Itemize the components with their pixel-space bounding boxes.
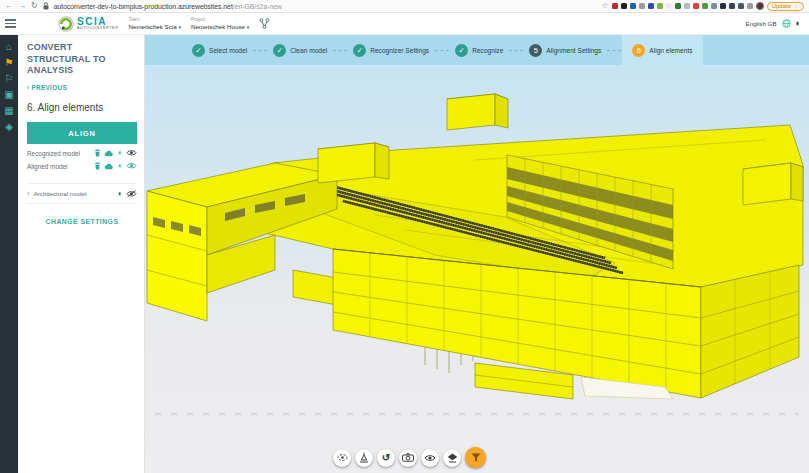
browser-reload-button[interactable]: ↻ <box>31 2 38 10</box>
house-model-icon[interactable]: ⌂ <box>6 42 12 52</box>
app-header: SCIA AUTOCONVERTER Team Nemetschek Scia … <box>0 13 809 35</box>
step-recognize[interactable]: ✓ Recognize <box>450 35 508 65</box>
check-icon: ✓ <box>353 44 366 57</box>
align-button[interactable]: ALIGN <box>27 122 137 144</box>
collaboration-fork-icon[interactable] <box>259 18 270 29</box>
step-clean-model[interactable]: ✓ Clean model <box>268 35 332 65</box>
extension-icon[interactable] <box>693 3 699 9</box>
layers-button[interactable] <box>443 449 461 467</box>
viewport-toolbar: ↺ <box>333 447 486 468</box>
scia-logo-icon <box>58 16 74 32</box>
architectural-model-row[interactable]: › Architectural model ◐ <box>27 183 137 204</box>
reset-rotate-icon: ↺ <box>382 453 390 463</box>
extension-icon[interactable] <box>621 3 627 9</box>
address-bar[interactable]: autoconverter-dev-to-bimplus-production.… <box>54 3 282 10</box>
theme-contrast-icon[interactable]: ◐ <box>796 19 801 28</box>
left-icon-rail: ⌂ ⚑ ⚐ ▣ ▦ ◈ <box>0 35 18 473</box>
step-alignment-settings[interactable]: 5 Alignment Settings <box>524 35 606 65</box>
extension-icon[interactable] <box>612 3 618 9</box>
eye-icon <box>424 454 436 462</box>
language-label[interactable]: English GB <box>746 20 777 27</box>
step-connector <box>509 50 523 51</box>
plumb-view-button[interactable] <box>355 449 373 467</box>
hamburger-menu-icon[interactable] <box>5 19 16 28</box>
trash-icon[interactable] <box>94 149 101 157</box>
settings-diamond-icon[interactable]: ◈ <box>5 122 13 132</box>
team-value[interactable]: Nemetschek Scia ▾ <box>129 23 181 30</box>
recognize-flag-icon[interactable]: ⚐ <box>5 74 14 84</box>
extension-icon[interactable] <box>666 3 672 9</box>
step-connector <box>607 50 621 51</box>
visibility-button[interactable] <box>421 449 439 467</box>
bookmark-star-icon[interactable]: ☆ <box>601 2 608 10</box>
camera-icon <box>402 453 414 462</box>
step-recognizer-settings[interactable]: ✓ Recognizer Settings <box>348 35 434 65</box>
screenshot-button[interactable] <box>399 449 417 467</box>
workflow-stepper: ✓ Select model ✓ Clean model ✓ Recognize… <box>145 35 809 65</box>
previous-button[interactable]: ‹ PREVIOUS <box>27 84 137 91</box>
project-value[interactable]: Nemetschek House ▾ <box>191 23 249 30</box>
step-select-model[interactable]: ✓ Select model <box>187 35 252 65</box>
chevron-left-icon: ‹ <box>27 84 29 91</box>
trash-icon[interactable] <box>94 162 101 170</box>
eye-icon[interactable] <box>126 162 137 170</box>
cloud-icon[interactable] <box>104 150 114 157</box>
aligned-model-row: Aligned model ◐ <box>27 162 137 170</box>
report-grid-icon[interactable]: ▦ <box>4 106 13 116</box>
model-box-icon[interactable]: ▣ <box>4 90 13 100</box>
logo-subtitle: AUTOCONVERTER <box>77 27 119 31</box>
browser-chrome: ← → ↻ autoconverter-dev-to-bimplus-produ… <box>0 0 809 13</box>
check-icon: ✓ <box>192 44 205 57</box>
step-connector <box>435 50 449 51</box>
architectural-model-label: Architectural model <box>34 190 118 197</box>
extension-icon[interactable] <box>720 3 726 9</box>
step-heading: 6. Align elements <box>27 102 137 113</box>
extension-icon[interactable] <box>738 3 744 9</box>
model-label: Recognized model <box>27 150 94 157</box>
extension-icon[interactable] <box>675 3 681 9</box>
lock-icon <box>43 2 49 10</box>
extension-icon[interactable] <box>747 3 753 9</box>
recognized-model-row: Recognized model ◐ <box>27 149 137 157</box>
step-number: 6 <box>632 44 645 57</box>
layers-icon <box>447 453 458 463</box>
reset-view-button[interactable]: ↺ <box>377 449 395 467</box>
workflow-panel: CONVERT STRUCTURAL TO ANALYSIS ‹ PREVIOU… <box>18 35 145 473</box>
scia-logo: SCIA AUTOCONVERTER <box>58 16 119 32</box>
extension-icon[interactable] <box>657 3 663 9</box>
project-dropdown[interactable]: Project Nemetschek House ▾ <box>191 17 249 30</box>
filter-button[interactable] <box>465 447 486 468</box>
eye-icon[interactable] <box>126 149 137 157</box>
extension-icon[interactable] <box>639 3 645 9</box>
chevron-down-icon: ▾ <box>247 24 250 30</box>
contrast-icon[interactable]: ◐ <box>118 149 123 157</box>
contrast-icon[interactable]: ◐ <box>118 190 123 198</box>
plumb-icon <box>359 452 369 463</box>
extension-icon[interactable] <box>702 3 708 9</box>
chevron-right-icon[interactable]: › <box>27 189 30 198</box>
browser-forward-button[interactable]: → <box>18 2 26 10</box>
browser-menu-icon[interactable]: ⋮ <box>793 3 799 10</box>
convert-flag-icon[interactable]: ⚑ <box>5 58 14 68</box>
contrast-icon[interactable]: ◐ <box>118 162 123 170</box>
team-dropdown[interactable]: Team Nemetschek Scia ▾ <box>129 17 181 30</box>
browser-back-button[interactable]: ← <box>5 2 13 10</box>
browser-profile-avatar[interactable] <box>756 2 764 10</box>
change-settings-button[interactable]: CHANGE SETTINGS <box>27 218 137 225</box>
eye-off-icon[interactable] <box>126 190 137 198</box>
cloud-icon[interactable] <box>104 163 114 170</box>
chevron-down-icon: ▾ <box>178 24 181 30</box>
extension-icon[interactable] <box>648 3 654 9</box>
extension-icon[interactable] <box>630 3 636 9</box>
3d-viewport[interactable]: ↺ <box>145 65 809 473</box>
globe-icon[interactable] <box>782 19 791 28</box>
step-align-elements[interactable]: 6 Align elements <box>622 35 702 65</box>
orbit-icon <box>337 452 348 463</box>
extension-icon[interactable] <box>684 3 690 9</box>
extension-icon[interactable] <box>711 3 717 9</box>
orbit-button[interactable] <box>333 449 351 467</box>
extension-icon[interactable] <box>729 3 735 9</box>
filter-funnel-icon <box>471 453 481 463</box>
browser-update-button[interactable]: Update ⋮ <box>767 2 804 11</box>
building-model[interactable] <box>145 65 809 473</box>
